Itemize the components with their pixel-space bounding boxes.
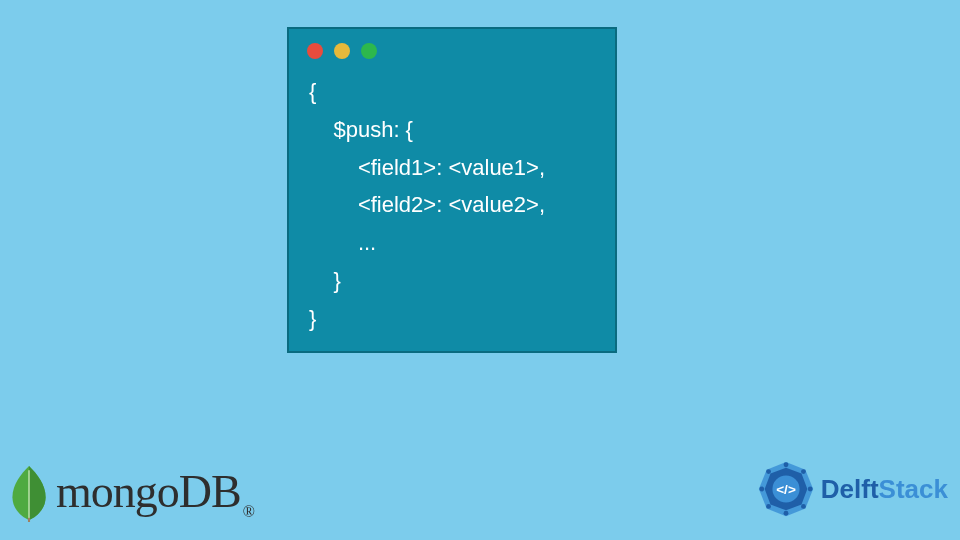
code-badge-icon: </> (755, 458, 817, 520)
svg-point-6 (808, 487, 813, 492)
stack-text: Stack (879, 474, 948, 504)
leaf-icon (8, 464, 50, 522)
mongodb-name: mongoDB (56, 466, 241, 517)
svg-point-12 (766, 469, 771, 474)
delftstack-logo: </> DelftStack (755, 458, 948, 520)
code-block: { $push: { <field1>: <value1>, <field2>:… (289, 65, 615, 338)
delftstack-wordmark: DelftStack (821, 474, 948, 505)
minimize-icon (334, 43, 350, 59)
svg-point-11 (766, 504, 771, 509)
svg-point-8 (759, 487, 764, 492)
registered-mark: ® (243, 503, 254, 520)
window-controls (289, 29, 615, 65)
svg-rect-0 (28, 518, 30, 522)
maximize-icon (361, 43, 377, 59)
mongodb-logo: mongoDB® (8, 464, 254, 522)
svg-text:</>: </> (776, 482, 796, 497)
svg-point-7 (783, 511, 788, 516)
close-icon (307, 43, 323, 59)
mongodb-wordmark: mongoDB® (56, 465, 254, 521)
svg-point-10 (801, 504, 806, 509)
svg-point-5 (783, 462, 788, 467)
svg-point-9 (801, 469, 806, 474)
delft-text: Delft (821, 474, 879, 504)
code-window: { $push: { <field1>: <value1>, <field2>:… (287, 27, 617, 353)
